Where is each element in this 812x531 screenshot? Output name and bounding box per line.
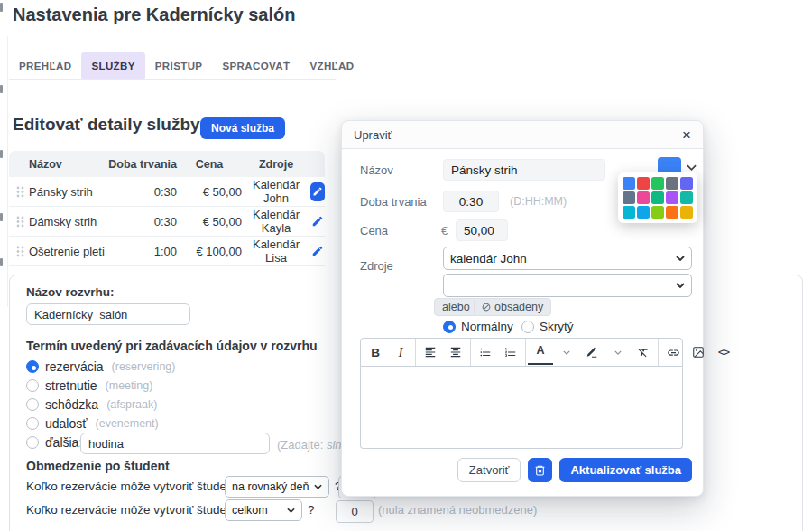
source-select-2[interactable]: [443, 274, 692, 297]
palette-color[interactable]: [666, 206, 678, 219]
close-button[interactable]: Zatvoriť: [457, 458, 521, 482]
col-doba: Doba trvania: [108, 158, 177, 171]
option-hint: (reservering): [112, 360, 176, 373]
tab-prehlad[interactable]: PREHĽAD: [9, 52, 81, 79]
radio-dalsia[interactable]: [26, 436, 39, 449]
service-name: Pánsky strih: [29, 185, 108, 199]
page-edge-artifact: [0, 85, 3, 93]
source-select-1[interactable]: kalendár John: [443, 247, 692, 270]
chevron-down-icon[interactable]: [554, 341, 579, 363]
radio-stretnutie[interactable]: [26, 379, 39, 392]
settings-page: Nastavenia pre Kadernícky salón PREHĽAD …: [0, 0, 812, 531]
visibility-option: Normálny: [443, 320, 513, 333]
limit-hint: (nula znamená neobmedzene): [378, 503, 537, 517]
limit-total-select[interactable]: celkom: [225, 499, 302, 521]
palette-color[interactable]: [637, 206, 650, 219]
service-duration: 0:30: [108, 185, 177, 199]
drag-handle-icon[interactable]: [16, 246, 24, 257]
term-option-row-other: ďalšia:: [26, 435, 82, 450]
italic-button[interactable]: I: [388, 341, 413, 363]
chip-obsadeny[interactable]: obsadený: [474, 298, 551, 316]
service-name: Dámsky strih: [29, 215, 108, 228]
tab-pristup[interactable]: PRÍSTUP: [145, 52, 213, 79]
palette-color[interactable]: [637, 191, 650, 204]
link-button[interactable]: [660, 341, 686, 363]
palette-color[interactable]: [637, 177, 650, 190]
schedule-name-label: Názov rozvrhu:: [26, 285, 115, 299]
chevron-down-icon[interactable]: [605, 341, 631, 363]
close-icon[interactable]: ×: [682, 127, 691, 143]
edit-service-button[interactable]: [310, 244, 325, 258]
tab-sluzby[interactable]: SLUŽBY: [81, 52, 144, 79]
term-option-row: rezervácia (reservering): [26, 359, 175, 374]
palette-color[interactable]: [623, 191, 635, 204]
palette-color[interactable]: [666, 177, 678, 190]
palette-color[interactable]: [680, 206, 693, 219]
option-label: rezervácia: [45, 359, 104, 374]
price-input[interactable]: [456, 219, 508, 241]
price-label: Cena: [360, 224, 388, 238]
palette-color[interactable]: [623, 177, 635, 190]
drag-handle-icon[interactable]: [16, 216, 24, 228]
radio-normalny[interactable]: [443, 321, 456, 333]
duration-format-hint: (D:HH:MM): [510, 195, 567, 208]
radio-skryty[interactable]: [521, 321, 534, 333]
radio-udalost[interactable]: [26, 417, 39, 430]
edit-service-button[interactable]: [310, 214, 325, 228]
palette-color[interactable]: [651, 206, 664, 219]
service-name-input[interactable]: [443, 159, 605, 181]
palette-color[interactable]: [651, 177, 664, 190]
col-nazov: Názov: [29, 158, 108, 171]
palette-color[interactable]: [623, 206, 635, 219]
tab-spracovat[interactable]: SPRACOVAŤ: [212, 52, 300, 79]
new-service-button[interactable]: Nová služba: [200, 117, 285, 139]
edit-service-button[interactable]: [310, 182, 325, 201]
limit-period-select[interactable]: na rovnaký deň: [225, 476, 329, 498]
option-hint: (evenement): [96, 417, 159, 430]
term-heading: Termín uvedený pri zadávacích údajov v r…: [26, 339, 318, 353]
help-link[interactable]: ?: [308, 503, 315, 517]
page-edge-artifact: [0, 150, 3, 158]
palette-color[interactable]: [680, 177, 693, 190]
service-duration: 1:00: [108, 245, 177, 258]
service-price: € 50,00: [177, 215, 242, 228]
service-duration: 0:30: [108, 215, 177, 228]
tab-vzhlad[interactable]: VZHĽAD: [300, 52, 364, 79]
duration-input[interactable]: [443, 191, 499, 212]
align-left-button[interactable]: [418, 341, 443, 363]
tab-bar: PREHĽAD SLUŽBY PRÍSTUP SPRACOVAŤ VZHĽAD: [9, 52, 336, 80]
delete-button[interactable]: [528, 458, 552, 482]
bold-button[interactable]: B: [363, 341, 388, 363]
palette-color[interactable]: [680, 191, 693, 204]
bullet-list-button[interactable]: [473, 341, 498, 363]
radio-rezervacia[interactable]: [26, 360, 39, 373]
limit-total-input[interactable]: [336, 500, 374, 523]
align-center-button[interactable]: [443, 341, 468, 363]
drag-handle-icon[interactable]: [16, 186, 24, 198]
palette-color[interactable]: [651, 191, 664, 204]
limit-row-label: Koľko rezervácie môže vytvoriť študent: [26, 480, 236, 493]
modal-header: Upraviť ×: [342, 121, 703, 149]
clear-format-button[interactable]: [631, 341, 656, 363]
code-button[interactable]: <>: [711, 341, 736, 363]
editor-toolbar: B I: [360, 338, 683, 367]
other-term-input[interactable]: [80, 433, 270, 454]
radio-schodzka[interactable]: [26, 398, 39, 411]
chevron-down-icon: [676, 256, 685, 261]
palette-color[interactable]: [666, 191, 678, 204]
sources-label: Zdroje: [360, 259, 393, 273]
image-button[interactable]: [686, 341, 711, 363]
highlight-button[interactable]: [579, 341, 604, 363]
editor-content[interactable]: [360, 367, 683, 449]
service-name: Ošetrenie pleti: [29, 245, 108, 258]
page-edge-divider: [7, 36, 8, 307]
numbered-list-button[interactable]: [498, 341, 523, 363]
chevron-down-icon[interactable]: [687, 164, 697, 171]
service-source: Kalendár Lisa: [242, 238, 310, 265]
chip-alebo[interactable]: alebo: [434, 298, 478, 316]
text-color-button[interactable]: A: [528, 340, 553, 365]
option-label: stretnutie: [45, 378, 97, 393]
schedule-name-input[interactable]: [26, 303, 190, 325]
trash-icon: [534, 464, 546, 476]
update-service-button[interactable]: Aktualizovať služba: [559, 458, 692, 482]
